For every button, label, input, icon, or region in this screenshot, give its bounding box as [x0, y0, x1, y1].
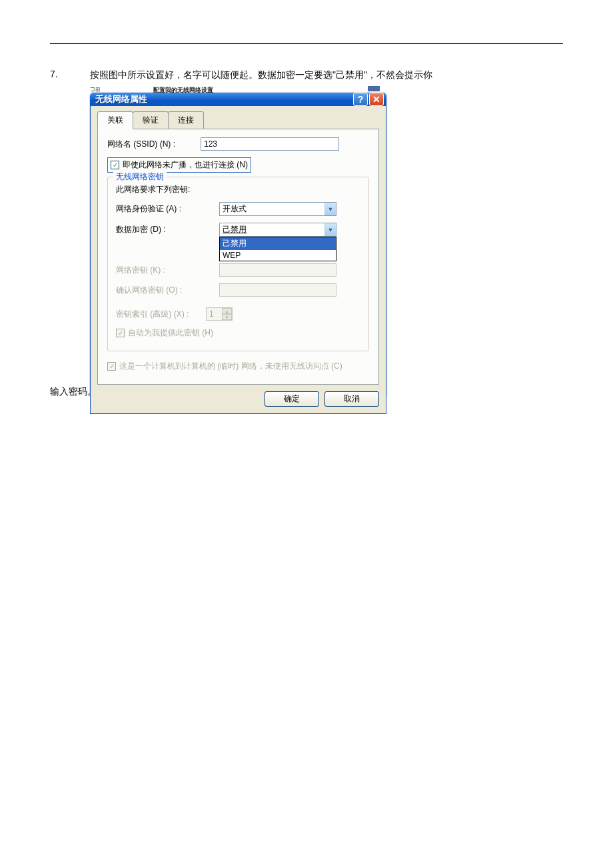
tab-authentication[interactable]: 验证 — [133, 111, 169, 129]
titlebar[interactable]: 无线网络属性 ? ✕ — [90, 93, 386, 106]
cancel-button[interactable]: 取消 — [324, 391, 379, 407]
help-icon: ? — [358, 94, 364, 105]
encryption-combo-value: 己禁用 — [220, 224, 324, 235]
encryption-option-wep[interactable]: WEP — [220, 250, 336, 261]
close-icon: ✕ — [372, 94, 380, 105]
key-required-message: 此网络要求下列密钥: — [116, 184, 360, 195]
broadcast-checkbox[interactable]: ✓ — [111, 161, 119, 169]
screenshot-container: ⊐⊞ 配置我的无线网络设置 无线网络属性 ? ✕ — [90, 86, 386, 398]
spinner-down-icon: ▼ — [222, 314, 232, 320]
auth-combo-value: 开放式 — [220, 203, 324, 215]
confirm-key-input — [219, 283, 336, 297]
key-input — [219, 263, 336, 277]
confirm-key-label: 确认网络密钥 (O) : — [116, 285, 219, 296]
autokey-checkbox-label: 自动为我提供此密钥 (H) — [128, 327, 213, 339]
tab-panel-association: 网络名 (SSID) (N) : ✓ 即使此网络未广播，也进行连接 (N) — [97, 129, 379, 385]
chevron-down-icon: ▼ — [324, 223, 336, 236]
encryption-label: 数据加密 (D) : — [116, 224, 219, 235]
tab-strip: 关联 验证 连接 — [97, 111, 379, 129]
adhoc-checkbox-label: 这是一个计算机到计算机的 (临时) 网络，未使用无线访问点 (C) — [119, 361, 342, 372]
help-button[interactable]: ? — [353, 93, 368, 106]
tab-association[interactable]: 关联 — [97, 111, 133, 129]
ssid-label: 网络名 (SSID) (N) : — [107, 139, 201, 150]
key-index-label: 密钥索引 (高级) (X) : — [116, 309, 206, 320]
ssid-input[interactable] — [201, 137, 339, 151]
autokey-checkbox: ✓ — [116, 329, 125, 337]
spinner-up-icon: ▲ — [222, 308, 232, 314]
instruction-text: 按照图中所示设置好，名字可以随便起。数据加密一定要选"己禁用"，不然会提示你 — [90, 67, 432, 82]
dialog-title: 无线网络属性 — [95, 93, 353, 105]
ok-button[interactable]: 确定 — [265, 391, 319, 407]
chevron-down-icon: ▼ — [324, 203, 336, 215]
group-legend: 无线网络密钥 — [113, 171, 167, 183]
encryption-option-disabled[interactable]: 己禁用 — [220, 237, 336, 250]
encryption-dropdown-list: 己禁用 WEP — [219, 237, 336, 261]
list-number: 7. — [50, 67, 90, 79]
key-label: 网络密钥 (K) : — [116, 265, 219, 276]
adhoc-checkbox: ✓ — [107, 362, 116, 371]
auth-combo[interactable]: 开放式 ▼ — [219, 202, 336, 216]
key-index-spinner: 1 ▲ ▼ — [206, 307, 233, 321]
wireless-key-group: 无线网络密钥 此网络要求下列密钥: 网络身份验证 (A) : 开放式 ▼ — [107, 177, 369, 351]
auth-label: 网络身份验证 (A) : — [116, 203, 219, 215]
wireless-properties-dialog: 无线网络属性 ? ✕ 关联 验证 — [90, 93, 386, 397]
horizontal-rule — [50, 43, 563, 44]
tab-connection[interactable]: 连接 — [168, 111, 204, 129]
broadcast-checkbox-label: 即使此网络未广播，也进行连接 (N) — [123, 159, 248, 171]
encryption-combo[interactable]: 己禁用 ▼ 己禁用 WEP — [219, 223, 336, 237]
key-index-value: 1 — [207, 309, 222, 319]
close-button[interactable]: ✕ — [369, 93, 384, 106]
